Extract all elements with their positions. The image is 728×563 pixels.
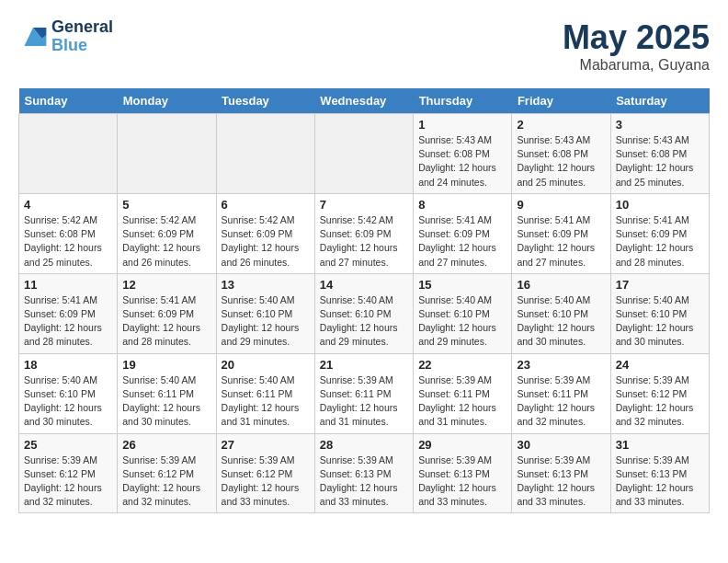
day-info: Sunrise: 5:39 AM Sunset: 6:12 PM Dayligh… bbox=[222, 454, 310, 510]
day-number: 11 bbox=[24, 278, 112, 292]
day-info: Sunrise: 5:42 AM Sunset: 6:09 PM Dayligh… bbox=[320, 213, 408, 270]
calendar-cell: 3Sunrise: 5:43 AM Sunset: 6:08 PM Daylig… bbox=[610, 114, 709, 194]
day-info: Sunrise: 5:40 AM Sunset: 6:11 PM Dayligh… bbox=[122, 373, 210, 430]
calendar-cell: 14Sunrise: 5:40 AM Sunset: 6:10 PM Dayli… bbox=[314, 273, 413, 353]
day-number: 21 bbox=[320, 358, 408, 372]
day-number: 17 bbox=[616, 278, 704, 292]
day-info: Sunrise: 5:41 AM Sunset: 6:09 PM Dayligh… bbox=[24, 293, 112, 350]
day-info: Sunrise: 5:43 AM Sunset: 6:08 PM Dayligh… bbox=[616, 133, 704, 190]
logo: General Blue bbox=[18, 18, 113, 55]
month-year-title: May 2025 bbox=[563, 18, 710, 57]
calendar-cell: 13Sunrise: 5:40 AM Sunset: 6:10 PM Dayli… bbox=[216, 273, 314, 353]
day-number: 10 bbox=[616, 198, 704, 212]
calendar-table: SundayMondayTuesdayWednesdayThursdayFrid… bbox=[18, 88, 710, 513]
day-number: 25 bbox=[24, 438, 112, 452]
day-info: Sunrise: 5:40 AM Sunset: 6:10 PM Dayligh… bbox=[320, 293, 408, 350]
day-number: 30 bbox=[517, 438, 605, 452]
day-info: Sunrise: 5:39 AM Sunset: 6:11 PM Dayligh… bbox=[418, 373, 506, 430]
day-info: Sunrise: 5:40 AM Sunset: 6:11 PM Dayligh… bbox=[222, 373, 310, 430]
calendar-cell: 31Sunrise: 5:39 AM Sunset: 6:13 PM Dayli… bbox=[610, 433, 709, 513]
calendar-cell: 2Sunrise: 5:43 AM Sunset: 6:08 PM Daylig… bbox=[512, 114, 610, 194]
calendar-cell: 26Sunrise: 5:39 AM Sunset: 6:12 PM Dayli… bbox=[118, 433, 216, 513]
calendar-cell: 20Sunrise: 5:40 AM Sunset: 6:11 PM Dayli… bbox=[216, 353, 314, 433]
day-number: 23 bbox=[517, 358, 605, 372]
calendar-cell: 27Sunrise: 5:39 AM Sunset: 6:12 PM Dayli… bbox=[216, 433, 314, 513]
calendar-cell bbox=[19, 114, 118, 194]
calendar-week-row: 1Sunrise: 5:43 AM Sunset: 6:08 PM Daylig… bbox=[19, 114, 710, 194]
day-number: 24 bbox=[616, 358, 704, 372]
day-info: Sunrise: 5:41 AM Sunset: 6:09 PM Dayligh… bbox=[122, 293, 210, 350]
day-number: 6 bbox=[222, 198, 310, 212]
logo-line1: General bbox=[51, 18, 113, 37]
day-number: 8 bbox=[418, 198, 506, 212]
day-number: 12 bbox=[122, 278, 210, 292]
day-number: 3 bbox=[616, 118, 704, 132]
calendar-week-row: 11Sunrise: 5:41 AM Sunset: 6:09 PM Dayli… bbox=[19, 273, 710, 353]
day-info: Sunrise: 5:40 AM Sunset: 6:10 PM Dayligh… bbox=[616, 293, 704, 350]
day-info: Sunrise: 5:39 AM Sunset: 6:11 PM Dayligh… bbox=[320, 373, 408, 430]
day-info: Sunrise: 5:39 AM Sunset: 6:12 PM Dayligh… bbox=[616, 373, 704, 430]
column-header-friday: Friday bbox=[512, 88, 610, 114]
day-info: Sunrise: 5:42 AM Sunset: 6:09 PM Dayligh… bbox=[222, 213, 310, 270]
day-number: 29 bbox=[418, 438, 506, 452]
day-number: 27 bbox=[222, 438, 310, 452]
day-info: Sunrise: 5:41 AM Sunset: 6:09 PM Dayligh… bbox=[616, 213, 704, 270]
day-number: 13 bbox=[222, 278, 310, 292]
calendar-cell: 15Sunrise: 5:40 AM Sunset: 6:10 PM Dayli… bbox=[414, 273, 512, 353]
column-header-tuesday: Tuesday bbox=[216, 88, 314, 114]
location-subtitle: Mabaruma, Guyana bbox=[563, 57, 710, 74]
day-number: 4 bbox=[24, 198, 112, 212]
day-info: Sunrise: 5:43 AM Sunset: 6:08 PM Dayligh… bbox=[517, 133, 605, 190]
calendar-cell: 18Sunrise: 5:40 AM Sunset: 6:10 PM Dayli… bbox=[19, 353, 118, 433]
calendar-cell bbox=[216, 114, 314, 194]
day-info: Sunrise: 5:40 AM Sunset: 6:10 PM Dayligh… bbox=[517, 293, 605, 350]
day-number: 9 bbox=[517, 198, 605, 212]
day-number: 28 bbox=[320, 438, 408, 452]
column-header-thursday: Thursday bbox=[414, 88, 512, 114]
day-info: Sunrise: 5:40 AM Sunset: 6:10 PM Dayligh… bbox=[418, 293, 506, 350]
day-info: Sunrise: 5:41 AM Sunset: 6:09 PM Dayligh… bbox=[418, 213, 506, 270]
day-number: 7 bbox=[320, 198, 408, 212]
day-number: 14 bbox=[320, 278, 408, 292]
day-info: Sunrise: 5:42 AM Sunset: 6:08 PM Dayligh… bbox=[24, 213, 112, 270]
calendar-cell: 8Sunrise: 5:41 AM Sunset: 6:09 PM Daylig… bbox=[414, 193, 512, 273]
logo-icon bbox=[18, 24, 48, 50]
column-header-saturday: Saturday bbox=[610, 88, 709, 114]
calendar-cell: 25Sunrise: 5:39 AM Sunset: 6:12 PM Dayli… bbox=[19, 433, 118, 513]
day-info: Sunrise: 5:39 AM Sunset: 6:12 PM Dayligh… bbox=[24, 454, 112, 510]
calendar-cell: 9Sunrise: 5:41 AM Sunset: 6:09 PM Daylig… bbox=[512, 193, 610, 273]
day-info: Sunrise: 5:40 AM Sunset: 6:10 PM Dayligh… bbox=[24, 373, 112, 430]
title-block: May 2025 Mabaruma, Guyana bbox=[563, 18, 710, 74]
calendar-cell: 16Sunrise: 5:40 AM Sunset: 6:10 PM Dayli… bbox=[512, 273, 610, 353]
day-number: 1 bbox=[418, 118, 506, 132]
calendar-cell: 23Sunrise: 5:39 AM Sunset: 6:11 PM Dayli… bbox=[512, 353, 610, 433]
calendar-cell: 6Sunrise: 5:42 AM Sunset: 6:09 PM Daylig… bbox=[216, 193, 314, 273]
calendar-cell: 10Sunrise: 5:41 AM Sunset: 6:09 PM Dayli… bbox=[610, 193, 709, 273]
calendar-week-row: 25Sunrise: 5:39 AM Sunset: 6:12 PM Dayli… bbox=[19, 433, 710, 513]
calendar-header-row: SundayMondayTuesdayWednesdayThursdayFrid… bbox=[19, 88, 710, 114]
calendar-cell: 19Sunrise: 5:40 AM Sunset: 6:11 PM Dayli… bbox=[118, 353, 216, 433]
day-info: Sunrise: 5:39 AM Sunset: 6:12 PM Dayligh… bbox=[122, 454, 210, 510]
column-header-monday: Monday bbox=[118, 88, 216, 114]
day-info: Sunrise: 5:42 AM Sunset: 6:09 PM Dayligh… bbox=[122, 213, 210, 270]
calendar-cell: 24Sunrise: 5:39 AM Sunset: 6:12 PM Dayli… bbox=[610, 353, 709, 433]
day-number: 5 bbox=[122, 198, 210, 212]
day-number: 15 bbox=[418, 278, 506, 292]
column-header-wednesday: Wednesday bbox=[314, 88, 413, 114]
calendar-cell: 21Sunrise: 5:39 AM Sunset: 6:11 PM Dayli… bbox=[314, 353, 413, 433]
day-info: Sunrise: 5:39 AM Sunset: 6:13 PM Dayligh… bbox=[320, 454, 408, 510]
calendar-cell: 28Sunrise: 5:39 AM Sunset: 6:13 PM Dayli… bbox=[314, 433, 413, 513]
day-number: 18 bbox=[24, 358, 112, 372]
day-info: Sunrise: 5:43 AM Sunset: 6:08 PM Dayligh… bbox=[418, 133, 506, 190]
calendar-week-row: 18Sunrise: 5:40 AM Sunset: 6:10 PM Dayli… bbox=[19, 353, 710, 433]
page-header: General Blue May 2025 Mabaruma, Guyana bbox=[18, 18, 710, 74]
calendar-cell: 12Sunrise: 5:41 AM Sunset: 6:09 PM Dayli… bbox=[118, 273, 216, 353]
day-info: Sunrise: 5:39 AM Sunset: 6:13 PM Dayligh… bbox=[418, 454, 506, 510]
day-info: Sunrise: 5:39 AM Sunset: 6:11 PM Dayligh… bbox=[517, 373, 605, 430]
calendar-cell: 7Sunrise: 5:42 AM Sunset: 6:09 PM Daylig… bbox=[314, 193, 413, 273]
logo-line2: Blue bbox=[51, 37, 113, 55]
calendar-cell bbox=[118, 114, 216, 194]
calendar-cell: 29Sunrise: 5:39 AM Sunset: 6:13 PM Dayli… bbox=[414, 433, 512, 513]
calendar-cell: 1Sunrise: 5:43 AM Sunset: 6:08 PM Daylig… bbox=[414, 114, 512, 194]
day-info: Sunrise: 5:39 AM Sunset: 6:13 PM Dayligh… bbox=[517, 454, 605, 510]
